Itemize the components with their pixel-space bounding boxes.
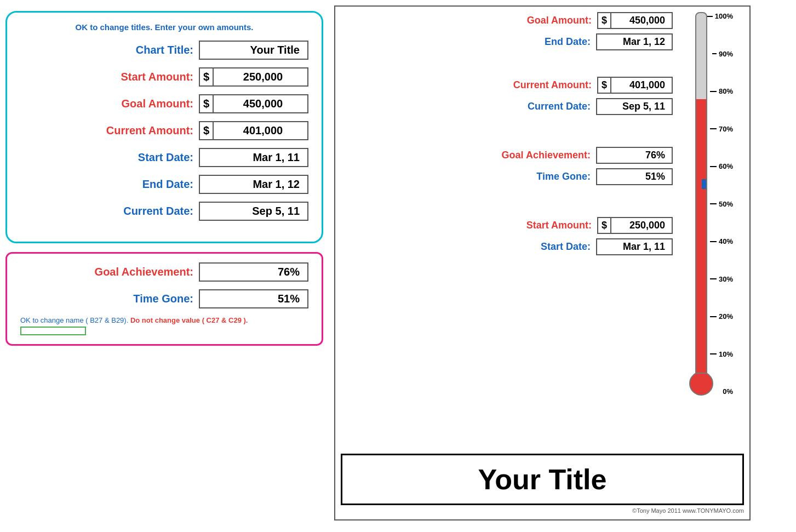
data-column: Goal Amount: $ 450,000 End Date: Mar 1, …: [341, 12, 678, 445]
thermometer-column: 100% 90% 80% 70%: [678, 12, 744, 445]
start-date-row: Start Date: Mar 1, 11: [20, 148, 308, 167]
achievement-section: Goal Achievement: 76% Time Gone: 51% OK …: [5, 252, 323, 346]
right-group-2: Current Amount: $ 401,000 Current Date: …: [341, 77, 673, 119]
scale-10: 10%: [710, 350, 733, 358]
r-current-currency: $: [598, 78, 611, 93]
r-current-date-value[interactable]: Sep 5, 11: [596, 98, 673, 115]
right-group-3: Goal Achievement: 76% Time Gone: 51%: [341, 147, 673, 190]
scale-50: 50%: [710, 200, 733, 208]
r-start-amount-label: Start Amount:: [526, 220, 592, 231]
r-start-date-value[interactable]: Mar 1, 11: [596, 238, 673, 255]
goal-amount-currency: $: [200, 95, 214, 112]
scale-label-10: 10%: [719, 350, 733, 358]
scale-0: 0%: [714, 387, 733, 396]
copyright: ©Tony Mayo 2011 www.TONYMAYO.com: [341, 507, 744, 514]
section-note: OK to change titles. Enter your own amou…: [20, 22, 308, 32]
thermo-scale-wrap: 100% 90% 80% 70%: [689, 12, 733, 396]
scale-70: 70%: [710, 125, 733, 133]
r-goal-achievement-value[interactable]: 76%: [596, 147, 673, 164]
r-end-date-value[interactable]: Mar 1, 12: [596, 33, 673, 50]
scale-60: 60%: [710, 162, 733, 170]
r-goal-achievement-row: Goal Achievement: 76%: [341, 147, 673, 164]
thermo-blue-marker: [702, 179, 706, 189]
goal-amount-row: Goal Amount: $ 450,000: [20, 94, 308, 113]
start-amount-input-wrap: $ 250,000: [199, 67, 308, 87]
start-amount-value[interactable]: 250,000: [214, 68, 290, 85]
right-content: Goal Amount: $ 450,000 End Date: Mar 1, …: [341, 12, 744, 445]
scale-label-60: 60%: [719, 162, 733, 170]
r-goal-achievement-label: Goal Achievement:: [502, 150, 591, 161]
r-start-currency: $: [598, 218, 611, 233]
start-date-label: Start Date:: [138, 151, 193, 164]
current-amount-row: Current Amount: $ 401,000: [20, 121, 308, 140]
scale-label-30: 30%: [719, 275, 733, 283]
chart-title-box: Your Title: [341, 454, 744, 505]
input-section: OK to change titles. Enter your own amou…: [5, 11, 323, 243]
goal-amount-value[interactable]: 450,000: [214, 95, 290, 112]
thermo-bulb: [689, 371, 713, 396]
end-date-label: End Date:: [142, 178, 193, 191]
r-time-gone-label: Time Gone:: [536, 171, 591, 182]
note-blue: OK to change name ( B27 & B29).: [20, 316, 128, 324]
r-goal-amount-value[interactable]: 450,000: [611, 13, 672, 28]
r-start-date-row: Start Date: Mar 1, 11: [341, 238, 673, 255]
r-end-date-row: End Date: Mar 1, 12: [341, 33, 673, 50]
scale-20: 20%: [710, 312, 733, 321]
achievement-goal-value[interactable]: 76%: [199, 262, 308, 282]
thermo-red-fill: [696, 99, 706, 373]
start-amount-currency: $: [200, 68, 214, 85]
green-indicator: [20, 327, 86, 335]
scale-30: 30%: [710, 275, 733, 283]
r-current-date-label: Current Date:: [528, 101, 591, 112]
chart-title-row: Chart Title: Your Title: [20, 41, 308, 60]
r-goal-amount-label: Goal Amount:: [527, 15, 592, 26]
r-goal-currency: $: [598, 13, 611, 28]
scale-90: 90%: [712, 50, 733, 58]
right-group-1: Goal Amount: $ 450,000 End Date: Mar 1, …: [341, 12, 673, 55]
scale-80: 80%: [710, 87, 733, 95]
r-current-date-row: Current Date: Sep 5, 11: [341, 98, 673, 115]
r-current-amount-value[interactable]: 401,000: [611, 78, 672, 93]
r-current-amount-label: Current Amount:: [513, 79, 592, 91]
current-date-row: Current Date: Sep 5, 11: [20, 202, 308, 221]
current-date-value[interactable]: Sep 5, 11: [199, 202, 308, 221]
r-time-gone-row: Time Gone: 51%: [341, 168, 673, 185]
achievement-goal-label: Goal Achievement:: [95, 266, 193, 278]
current-amount-input-wrap: $ 401,000: [199, 121, 308, 140]
current-date-label: Current Date:: [123, 205, 193, 218]
right-panel: Goal Amount: $ 450,000 End Date: Mar 1, …: [334, 5, 751, 520]
right-group-4: Start Amount: $ 250,000 Start Date: Mar …: [341, 217, 673, 260]
achievement-note: OK to change name ( B27 & B29). Do not c…: [20, 316, 308, 335]
start-amount-label: Start Amount:: [121, 71, 193, 83]
scale-label-50: 50%: [719, 200, 733, 208]
end-date-value[interactable]: Mar 1, 12: [199, 175, 308, 194]
chart-title-label: Chart Title:: [136, 44, 193, 56]
r-goal-amount-wrap: $ 450,000: [597, 12, 673, 29]
current-amount-value[interactable]: 401,000: [214, 122, 290, 139]
current-amount-label: Current Amount:: [106, 124, 193, 137]
scale-label-20: 20%: [719, 312, 733, 321]
scale-40: 40%: [710, 237, 733, 245]
r-goal-amount-row: Goal Amount: $ 450,000: [341, 12, 673, 29]
r-time-gone-value[interactable]: 51%: [596, 168, 673, 185]
time-gone-row: Time Gone: 51%: [20, 289, 308, 308]
chart-title-display: Your Title: [478, 464, 607, 495]
end-date-row: End Date: Mar 1, 12: [20, 175, 308, 194]
left-panel: OK to change titles. Enter your own amou…: [5, 5, 323, 346]
time-gone-value[interactable]: 51%: [199, 289, 308, 308]
r-start-date-label: Start Date:: [541, 241, 591, 253]
r-start-amount-wrap: $ 250,000: [597, 217, 673, 234]
scale-label-40: 40%: [719, 237, 733, 245]
r-start-amount-value[interactable]: 250,000: [611, 218, 672, 233]
start-date-value[interactable]: Mar 1, 11: [199, 148, 308, 167]
thermo-tube: [695, 12, 707, 374]
goal-amount-input-wrap: $ 450,000: [199, 94, 308, 113]
achievement-goal-row: Goal Achievement: 76%: [20, 262, 308, 282]
goal-amount-label: Goal Amount:: [122, 98, 193, 110]
scale-label-90: 90%: [719, 50, 733, 58]
chart-title-input[interactable]: Your Title: [199, 41, 308, 60]
time-gone-label: Time Gone:: [133, 293, 193, 305]
r-current-amount-row: Current Amount: $ 401,000: [341, 77, 673, 94]
note-red: Do not change value ( C27 & C29 ).: [130, 316, 248, 324]
thermo-visual: [689, 12, 713, 396]
